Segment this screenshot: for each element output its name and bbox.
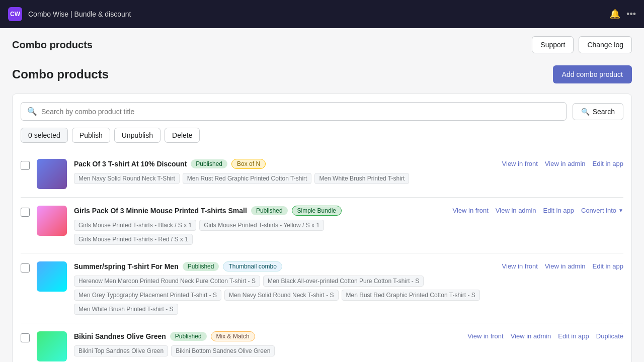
product-checkbox[interactable] bbox=[21, 161, 30, 170]
product-name: Pack Of 3 T-shirt At 10% Discount bbox=[74, 160, 187, 168]
convert-into-button[interactable]: Convert into▼ bbox=[581, 207, 623, 214]
topbar: CW Combo Wise | Bundle & discount 🔔 ••• bbox=[0, 0, 644, 28]
status-badge: Published bbox=[251, 206, 288, 215]
add-combo-product-button[interactable]: Add combo product bbox=[553, 65, 632, 83]
type-badge: Simple Bundle bbox=[292, 206, 342, 216]
product-name: Bikini Sandnes Olive Green bbox=[74, 332, 166, 340]
duplicate-link[interactable]: Duplicate bbox=[596, 332, 623, 340]
product-tag: Men Black All-over-printed Cotton Pure C… bbox=[263, 276, 424, 287]
product-tag: Bikini Bottom Sandnes Olive Green bbox=[171, 345, 275, 356]
product-tag: Herenow Men Maroon Printed Round Neck Pu… bbox=[74, 276, 260, 287]
page-header-title: Combo products bbox=[12, 39, 93, 51]
product-tag: Men Navy Solid Round Neck T-Shirt bbox=[74, 173, 180, 184]
type-badge: Thumbnail combo bbox=[223, 261, 282, 272]
product-info: Girls Pack Of 3 Minnie Mouse Printed T-s… bbox=[74, 206, 446, 245]
search-button[interactable]: 🔍 Search bbox=[573, 103, 623, 120]
product-list: Pack Of 3 T-shirt At 10% Discount Publis… bbox=[21, 151, 623, 362]
product-actions: View in frontView in adminEdit in app bbox=[502, 159, 623, 167]
chevron-down-icon: ▼ bbox=[618, 208, 623, 213]
product-checkbox[interactable] bbox=[21, 263, 30, 273]
topbar-icons: 🔔 ••• bbox=[609, 9, 636, 20]
section-title: Combo products bbox=[12, 67, 109, 81]
product-image bbox=[37, 159, 67, 189]
product-tags: Girls Mouse Printed T-shirts - Black / S… bbox=[74, 220, 446, 245]
product-tag: Bikini Top Sandnes Olive Green bbox=[74, 345, 168, 356]
product-image bbox=[37, 331, 67, 361]
view-in-admin-link[interactable]: View in admin bbox=[511, 332, 551, 340]
product-tag: Men Rust Red Graphic Printed Cotton T-sh… bbox=[342, 290, 480, 301]
type-badge: Box of N bbox=[231, 159, 266, 169]
view-in-front-link[interactable]: View in front bbox=[502, 160, 538, 167]
search-input-wrap: 🔍 bbox=[21, 102, 567, 121]
product-name: Summer/spring T-shirt For Men bbox=[74, 262, 179, 270]
bell-icon[interactable]: 🔔 bbox=[609, 9, 620, 20]
section-title-row: Combo products Add combo product bbox=[12, 65, 632, 83]
edit-in-app-link[interactable]: Edit in app bbox=[543, 207, 574, 214]
bulk-actions-row: 0 selected Publish Unpublish Delete bbox=[21, 128, 623, 143]
product-image bbox=[37, 261, 67, 292]
product-row: Bikini Sandnes Olive Green Published Mix… bbox=[21, 323, 623, 362]
product-actions: View in frontView in adminEdit in app bbox=[502, 261, 623, 270]
product-tag: Men Navy Solid Round Neck T-shirt - S bbox=[224, 290, 339, 301]
type-badge: Mix & Match bbox=[211, 331, 255, 341]
product-row: Summer/spring T-shirt For Men Published … bbox=[21, 253, 623, 323]
search-button-icon: 🔍 bbox=[581, 108, 590, 116]
products-card: 🔍 🔍 Search 0 selected Publish Unpublish … bbox=[12, 94, 632, 362]
product-tag: Men White Brush Printed T-shirt bbox=[314, 173, 409, 184]
product-name-row: Girls Pack Of 3 Minnie Mouse Printed T-s… bbox=[74, 206, 446, 216]
product-checkbox[interactable] bbox=[21, 208, 30, 217]
product-image bbox=[37, 206, 67, 236]
main-content: Combo products Add combo product 🔍 🔍 Sea… bbox=[0, 57, 644, 362]
product-name: Girls Pack Of 3 Minnie Mouse Printed T-s… bbox=[74, 207, 247, 215]
product-actions: View in frontView in adminEdit in appCon… bbox=[453, 206, 623, 214]
product-tags: Men Navy Solid Round Neck T-ShirtMen Rus… bbox=[74, 173, 495, 184]
view-in-admin-link[interactable]: View in admin bbox=[545, 262, 586, 270]
search-icon: 🔍 bbox=[27, 107, 37, 116]
view-in-front-link[interactable]: View in front bbox=[453, 207, 489, 214]
status-badge: Published bbox=[191, 159, 227, 168]
page-header: Combo products Support Change log bbox=[0, 28, 644, 57]
view-in-admin-link[interactable]: View in admin bbox=[496, 207, 536, 214]
convert-label: Convert into bbox=[581, 207, 616, 214]
view-in-front-link[interactable]: View in front bbox=[467, 332, 503, 340]
product-tag: Girls Mouse Printed T-shirts - Black / S… bbox=[74, 220, 196, 231]
app-title: Combo Wise | Bundle & discount bbox=[28, 10, 603, 18]
search-input[interactable] bbox=[41, 108, 560, 116]
product-info: Bikini Sandnes Olive Green Published Mix… bbox=[74, 331, 460, 356]
edit-in-app-link[interactable]: Edit in app bbox=[593, 262, 623, 270]
edit-in-app-link[interactable]: Edit in app bbox=[593, 160, 623, 167]
product-name-row: Bikini Sandnes Olive Green Published Mix… bbox=[74, 331, 460, 341]
edit-in-app-link[interactable]: Edit in app bbox=[558, 332, 589, 340]
status-badge: Published bbox=[170, 332, 207, 341]
header-buttons: Support Change log bbox=[532, 36, 632, 53]
product-tags: Herenow Men Maroon Printed Round Neck Pu… bbox=[74, 276, 495, 315]
search-button-label: Search bbox=[593, 108, 615, 116]
support-button[interactable]: Support bbox=[532, 36, 574, 53]
app-logo: CW bbox=[8, 7, 22, 21]
product-tag: Men Grey Typography Placement Printed T-… bbox=[74, 290, 221, 301]
product-info: Summer/spring T-shirt For Men Published … bbox=[74, 261, 495, 315]
product-name-row: Pack Of 3 T-shirt At 10% Discount Publis… bbox=[74, 159, 495, 169]
product-checkbox[interactable] bbox=[21, 333, 30, 342]
product-row: Girls Pack Of 3 Minnie Mouse Printed T-s… bbox=[21, 197, 623, 253]
product-tag: Girls Mouse Printed T-shirts - Yellow / … bbox=[199, 220, 324, 231]
product-tag: Men White Brush Printed T-shirt - S bbox=[74, 304, 178, 315]
unpublish-button[interactable]: Unpublish bbox=[114, 128, 160, 143]
publish-button[interactable]: Publish bbox=[72, 128, 110, 143]
view-in-front-link[interactable]: View in front bbox=[502, 262, 538, 270]
selected-count-button[interactable]: 0 selected bbox=[21, 128, 68, 143]
product-row: Pack Of 3 T-shirt At 10% Discount Publis… bbox=[21, 151, 623, 197]
more-icon[interactable]: ••• bbox=[626, 9, 636, 20]
product-info: Pack Of 3 T-shirt At 10% Discount Publis… bbox=[74, 159, 495, 184]
search-row: 🔍 🔍 Search bbox=[21, 102, 623, 121]
product-name-row: Summer/spring T-shirt For Men Published … bbox=[74, 261, 495, 272]
product-tag: Men Rust Red Graphic Printed Cotton T-sh… bbox=[183, 173, 312, 184]
changelog-button[interactable]: Change log bbox=[579, 36, 632, 53]
view-in-admin-link[interactable]: View in admin bbox=[545, 160, 586, 167]
product-tags: Bikini Top Sandnes Olive GreenBikini Bot… bbox=[74, 345, 460, 356]
product-tag: Girls Mouse Printed T-shirts - Red / S x… bbox=[74, 234, 193, 245]
product-actions: View in frontView in adminEdit in appDup… bbox=[467, 331, 623, 340]
delete-button[interactable]: Delete bbox=[165, 128, 200, 143]
status-badge: Published bbox=[183, 262, 219, 271]
